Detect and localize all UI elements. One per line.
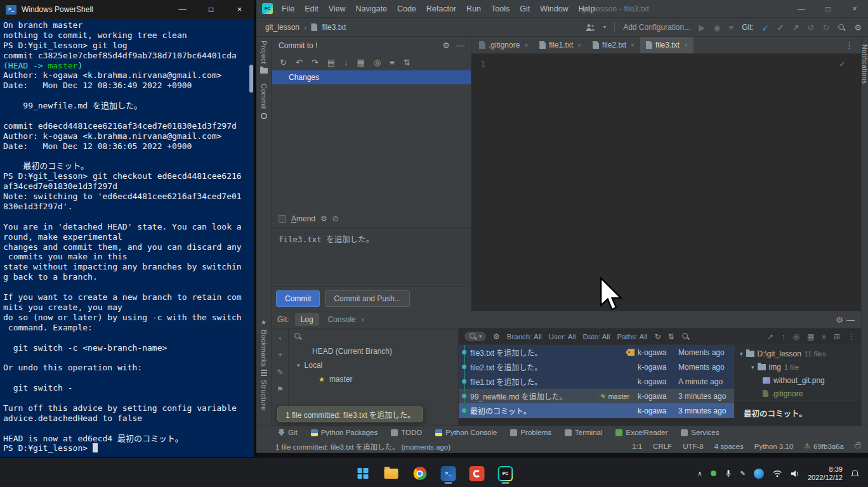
menu-item[interactable]: Run bbox=[461, 0, 486, 18]
chevron-down-icon[interactable]: ▾ bbox=[297, 362, 300, 368]
scrollbar[interactable] bbox=[248, 19, 254, 457]
debug-icon[interactable]: ◉ bbox=[713, 23, 720, 32]
lock-icon[interactable] bbox=[855, 444, 860, 448]
toolstripe-commit[interactable]: Commit bbox=[256, 84, 271, 119]
toolstripe-bookmarks[interactable]: ★ Bookmarks bbox=[256, 319, 271, 367]
scrollbar-thumb[interactable] bbox=[249, 65, 253, 93]
commit-toolbar-icon[interactable]: ◎ bbox=[374, 58, 381, 67]
log-search-combo[interactable]: ▾ bbox=[464, 332, 486, 341]
menu-item[interactable]: Refactor bbox=[421, 0, 461, 18]
log-toolbar-icon[interactable]: ⚑ bbox=[277, 385, 284, 394]
changed-file-row[interactable]: ▾ img 1 file bbox=[735, 360, 861, 373]
log-detail-icon[interactable]: ↗ bbox=[767, 332, 773, 341]
log-detail-icon[interactable]: ⊞ bbox=[834, 332, 840, 341]
gear-icon[interactable]: ⚙ bbox=[836, 316, 843, 324]
ide-titlebar[interactable]: PC FileEditViewNavigateCodeRefactorRunTo… bbox=[256, 0, 868, 18]
toolwindow-button[interactable]: Services bbox=[681, 429, 719, 436]
commit-toolbar-icon[interactable]: ↶ bbox=[296, 58, 303, 67]
microphone-icon[interactable] bbox=[725, 469, 732, 478]
breadcrumb-file[interactable]: file3.txt bbox=[322, 23, 346, 32]
chevron-down-icon[interactable]: ▾ bbox=[603, 25, 606, 30]
editor-tab[interactable]: file3.txt × bbox=[640, 37, 694, 53]
toolstripe-notifications[interactable]: Notifications bbox=[861, 44, 868, 425]
run-icon[interactable]: ▶ bbox=[699, 23, 705, 32]
volume-icon[interactable] bbox=[791, 470, 799, 477]
file-explorer-button[interactable] bbox=[383, 463, 400, 484]
editor-tab[interactable]: file2.txt × bbox=[587, 37, 640, 53]
commit-panel-header[interactable]: Commit to ! ⚙ — bbox=[272, 37, 471, 54]
search-icon[interactable] bbox=[681, 332, 690, 341]
inspections-ok-icon[interactable]: ✓ bbox=[839, 59, 845, 68]
maximize-button[interactable]: □ bbox=[815, 0, 841, 18]
close-tab-icon[interactable]: × bbox=[361, 316, 365, 323]
changes-node[interactable]: Changes bbox=[272, 70, 471, 84]
commit-and-push-button[interactable]: Commit and Push... bbox=[325, 290, 409, 307]
log-detail-icon[interactable]: ▦ bbox=[807, 332, 814, 341]
branch-head-row[interactable]: HEAD (Current Branch) bbox=[289, 344, 458, 358]
refresh-icon[interactable]: ↻ bbox=[654, 332, 661, 341]
commit-row[interactable]: file1.txt を追加した。 k-ogawa A minute ago bbox=[459, 374, 734, 389]
maximize-button[interactable]: □ bbox=[197, 0, 225, 19]
branch-search-field[interactable] bbox=[289, 328, 458, 344]
log-detail-icon[interactable]: ◎ bbox=[792, 332, 799, 341]
commit-button[interactable]: Commit bbox=[276, 290, 320, 307]
branch-local-row[interactable]: ▾ Local bbox=[289, 358, 458, 372]
close-tab-icon[interactable]: × bbox=[631, 42, 635, 49]
interpreter[interactable]: Python 3.10 bbox=[754, 443, 793, 450]
pycharm-taskbar-button[interactable]: PC bbox=[497, 463, 514, 484]
gear-icon[interactable]: ⚙ bbox=[320, 215, 327, 223]
filter-date[interactable]: Date: All bbox=[583, 333, 610, 341]
commit-toolbar-icon[interactable]: ≡ bbox=[390, 58, 395, 67]
branch-master-row[interactable]: ★ master bbox=[289, 372, 458, 386]
favorite-star-icon[interactable]: ★ bbox=[319, 375, 325, 384]
settings-gear-icon[interactable]: ⚙ bbox=[854, 23, 862, 32]
commit-row[interactable]: 最初のコミット。 k-ogawa 3 minutes ago bbox=[459, 403, 734, 418]
close-button[interactable]: × bbox=[225, 0, 254, 19]
commit-row[interactable]: 99_newfile.md を追加した。 master k-ogawa 3 mi… bbox=[459, 389, 734, 403]
tab-options-icon[interactable]: ⋮ bbox=[845, 41, 853, 50]
menu-item[interactable]: View bbox=[324, 0, 351, 18]
filter-branch[interactable]: Branch: All bbox=[507, 333, 542, 341]
powershell-titlebar[interactable]: >_ Windows PowerShell — □ × bbox=[0, 0, 254, 19]
log-detail-icon[interactable]: » bbox=[822, 332, 826, 341]
commit-row[interactable]: file2.txt を追加した。 k-ogawa Moments ago bbox=[459, 360, 734, 374]
commit-toolbar-icon[interactable]: ↻ bbox=[280, 58, 287, 67]
menu-item[interactable]: File bbox=[277, 0, 299, 18]
editor-tab[interactable]: .gitignore × bbox=[473, 37, 534, 53]
git-push-icon[interactable]: ↗ bbox=[792, 23, 799, 32]
start-button[interactable] bbox=[355, 463, 371, 484]
git-update-icon[interactable]: ↙ bbox=[762, 23, 769, 32]
editor-tab[interactable]: file1.txt × bbox=[534, 37, 587, 53]
run-configuration-select[interactable]: Add Configuration... bbox=[623, 23, 690, 32]
sort-icon[interactable]: ⇅ bbox=[667, 332, 674, 341]
menu-item[interactable]: Navigate bbox=[351, 0, 392, 18]
notification-bell-icon[interactable] bbox=[851, 469, 859, 478]
hide-panel-icon[interactable]: — bbox=[456, 41, 464, 49]
toolwindow-button[interactable]: Python Packages bbox=[311, 429, 378, 436]
menu-item[interactable]: Edit bbox=[299, 0, 324, 18]
branch-tag[interactable]: master bbox=[596, 392, 634, 401]
powershell-taskbar-button[interactable]: >_ bbox=[440, 463, 457, 484]
menu-item[interactable]: Code bbox=[392, 0, 421, 18]
expand-arrow-icon[interactable]: ▾ bbox=[751, 364, 754, 370]
toolwindow-button[interactable]: Git bbox=[278, 429, 298, 436]
commit-toolbar-icon[interactable]: ▤ bbox=[327, 58, 335, 67]
git-rollback-icon[interactable]: ↺ bbox=[808, 23, 815, 32]
close-tab-icon[interactable]: × bbox=[577, 42, 581, 49]
close-button[interactable]: × bbox=[841, 0, 868, 18]
tab-log[interactable]: Log bbox=[295, 313, 319, 326]
minimize-button[interactable]: — bbox=[168, 0, 197, 19]
hide-panel-icon[interactable]: — bbox=[846, 316, 855, 324]
log-toolbar-icon[interactable]: ✎ bbox=[277, 368, 283, 377]
changed-file-row[interactable]: without_git.png bbox=[735, 373, 861, 387]
terminal-output[interactable]: On branch masternothing to commit, worki… bbox=[0, 19, 254, 457]
toolstripe-structure[interactable]: Structure bbox=[256, 370, 271, 410]
git-commit-icon[interactable]: ✓ bbox=[777, 23, 784, 32]
log-toolbar-icon[interactable]: + bbox=[278, 351, 282, 360]
menu-item[interactable]: Window bbox=[535, 0, 573, 18]
changed-file-row[interactable]: .gitignore bbox=[735, 387, 861, 400]
commit-message-input[interactable]: file3.txt を追加した。 bbox=[272, 227, 471, 287]
minimize-button[interactable]: — bbox=[788, 0, 815, 18]
git-history-icon[interactable]: ↻ bbox=[822, 23, 829, 32]
indent-setting[interactable]: 4 spaces bbox=[714, 443, 744, 450]
